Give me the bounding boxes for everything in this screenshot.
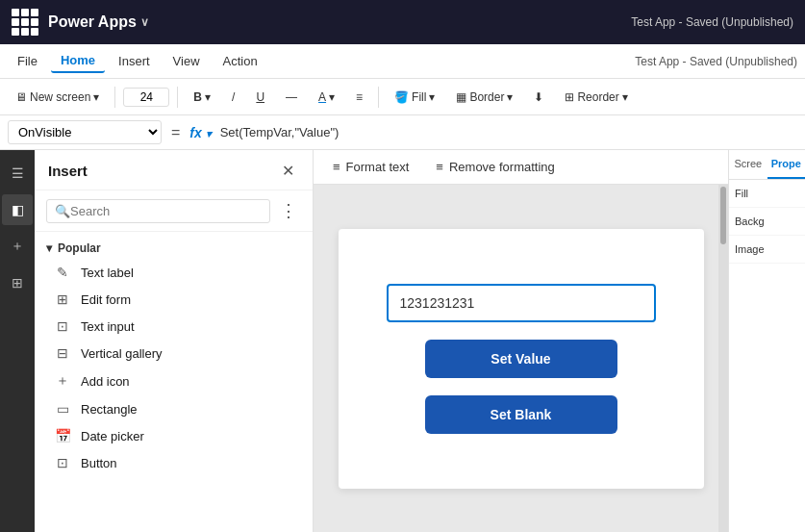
text-input-icon: ⊡ <box>54 318 71 334</box>
right-panel: Scree Prope Fill Backg Image <box>728 150 805 532</box>
menu-item-insert[interactable]: Insert <box>109 50 160 72</box>
insert-item-rectangle[interactable]: ▭ Rectangle <box>46 395 301 422</box>
more-options-button[interactable]: ⋮ <box>276 198 301 223</box>
insert-header: Insert ✕ <box>35 150 313 190</box>
toolbar-sep-3 <box>378 87 379 108</box>
formula-input[interactable]: Set(TempVar,"Value") <box>217 122 797 142</box>
prop-fill: Fill <box>729 180 805 208</box>
scrollbar-thumb[interactable] <box>720 187 726 244</box>
prop-background: Backg <box>729 208 805 236</box>
set-blank-button[interactable]: Set Blank <box>425 395 617 434</box>
underline-button[interactable]: U <box>248 87 272 108</box>
section-title: Popular <box>58 241 101 255</box>
add-insert-icon: ＋ <box>54 372 71 390</box>
insert-title: Insert <box>48 163 88 179</box>
right-tab-screen[interactable]: Scree <box>729 150 767 179</box>
bold-button[interactable]: B▾ <box>186 87 218 108</box>
font-size-input[interactable]: 24 <box>123 88 169 107</box>
app-name-label: Power Apps <box>48 13 137 31</box>
remove-formatting-tab[interactable]: ≡ Remove formatting <box>424 154 566 180</box>
canvas-text-input[interactable] <box>387 284 656 322</box>
waffle-icon[interactable] <box>12 9 38 36</box>
button-icon: ⊡ <box>54 455 71 470</box>
menu-item-action[interactable]: Action <box>214 50 267 72</box>
set-value-button[interactable]: Set Value <box>425 340 617 378</box>
edit-form-icon: ⊞ <box>54 291 71 307</box>
close-insert-button[interactable]: ✕ <box>277 160 299 182</box>
right-tabs: Scree Prope <box>729 150 805 180</box>
formula-bar: OnVisible = fx ▾ Set(TempVar,"Value") <box>0 115 805 150</box>
popular-section-header[interactable]: ▾ Popular <box>46 238 301 259</box>
menu-bar: File Home Insert View Action Test App - … <box>0 44 805 79</box>
canvas-frame: Set Value Set Blank <box>339 229 704 489</box>
formula-equals: = <box>167 124 184 141</box>
search-input-wrap[interactable]: 🔍 <box>46 199 270 223</box>
new-screen-chevron-icon: ▾ <box>93 90 99 104</box>
font-color-chevron-icon: ▾ <box>329 90 335 104</box>
property-selector[interactable]: OnVisible <box>8 120 162 144</box>
insert-item-edit-form[interactable]: ⊞ Edit form <box>46 286 301 313</box>
search-bar: 🔍 ⋮ <box>35 190 313 232</box>
format-text-icon: ≡ <box>333 160 340 174</box>
right-tab-properties[interactable]: Prope <box>767 150 806 179</box>
formula-fx-button[interactable]: fx ▾ <box>189 125 211 140</box>
bold-chevron-icon: ▾ <box>205 90 211 104</box>
align-button[interactable]: ≡ <box>348 87 370 108</box>
fx-chevron-icon: ▾ <box>206 128 212 139</box>
text-label-icon: ✎ <box>54 265 71 280</box>
date-picker-icon: 📅 <box>54 428 71 443</box>
reorder-button[interactable]: ⊞ Reorder ▾ <box>557 87 635 108</box>
canvas-content: Set Value Set Blank <box>314 185 728 532</box>
canvas-scrollbar[interactable] <box>718 185 728 532</box>
border-icon: ▦ <box>456 90 466 104</box>
new-screen-button[interactable]: 🖥 New screen ▾ <box>8 87 107 108</box>
app-status-label: Test App - Saved (Unpublished) <box>631 15 793 29</box>
title-status-label: Test App - Saved (Unpublished) <box>635 55 797 68</box>
title-bar: Power Apps ∨ Test App - Saved (Unpublish… <box>0 0 805 44</box>
remove-formatting-icon: ≡ <box>436 160 443 174</box>
insert-item-add-icon[interactable]: ＋ Add icon <box>46 367 301 395</box>
reorder-chevron-icon: ▾ <box>622 90 628 104</box>
vertical-gallery-icon: ⊟ <box>54 345 71 361</box>
search-input[interactable] <box>70 204 262 218</box>
hamburger-menu-icon[interactable]: ☰ <box>2 158 33 189</box>
format-text-tab[interactable]: ≡ Format text <box>321 154 420 180</box>
format-tabs: ≡ Format text ≡ Remove formatting <box>314 150 728 185</box>
section-chevron-icon: ▾ <box>46 241 52 255</box>
slash-button[interactable]: / <box>224 87 242 108</box>
insert-item-vertical-gallery[interactable]: ⊟ Vertical gallery <box>46 340 301 367</box>
border-button[interactable]: ▦ Border ▾ <box>448 87 520 108</box>
rectangle-icon: ▭ <box>54 401 71 417</box>
reorder-icon: ⊞ <box>565 90 574 104</box>
insert-section-popular: ▾ Popular ✎ Text label ⊞ Edit form ⊡ Tex… <box>35 232 313 476</box>
prop-image: Image <box>729 236 805 264</box>
insert-item-text-input[interactable]: ⊡ Text input <box>46 313 301 340</box>
plugin-icon[interactable]: ⊞ <box>2 267 33 298</box>
toolbar-separator <box>114 87 115 108</box>
canvas-area: ≡ Format text ≡ Remove formatting Set Va… <box>314 150 728 532</box>
insert-item-text-label[interactable]: ✎ Text label <box>46 259 301 286</box>
dropdown-button[interactable]: ⬇ <box>526 87 551 108</box>
app-chevron-icon[interactable]: ∨ <box>140 15 149 29</box>
insert-panel: Insert ✕ 🔍 ⋮ ▾ Popular ✎ Text label ⊞ Ed… <box>35 150 314 532</box>
insert-item-button[interactable]: ⊡ Button <box>46 449 301 476</box>
menu-item-home[interactable]: Home <box>51 49 105 73</box>
font-color-button[interactable]: A ▾ <box>311 87 342 108</box>
fill-icon: 🪣 <box>394 90 409 104</box>
menu-item-view[interactable]: View <box>164 50 210 72</box>
strikethrough-button[interactable]: — <box>278 87 305 108</box>
fill-chevron-icon: ▾ <box>429 90 435 104</box>
add-icon[interactable]: ＋ <box>2 231 33 262</box>
fill-button[interactable]: 🪣 Fill ▾ <box>387 87 442 108</box>
insert-item-date-picker[interactable]: 📅 Date picker <box>46 422 301 449</box>
toolbar-separator-2 <box>177 87 178 108</box>
menu-item-file[interactable]: File <box>8 50 47 72</box>
side-icons-panel: ☰ ◧ ＋ ⊞ <box>0 150 35 532</box>
search-icon: 🔍 <box>55 204 70 218</box>
main-layout: ☰ ◧ ＋ ⊞ Insert ✕ 🔍 ⋮ ▾ Popular ✎ Text la… <box>0 150 805 532</box>
border-chevron-icon: ▾ <box>507 90 513 104</box>
app-title: Power Apps ∨ <box>48 13 149 31</box>
toolbar: 🖥 New screen ▾ 24 B▾ / U — A ▾ ≡ 🪣 Fill … <box>0 79 805 115</box>
layers-icon[interactable]: ◧ <box>2 194 33 225</box>
screen-icon: 🖥 <box>15 90 27 104</box>
